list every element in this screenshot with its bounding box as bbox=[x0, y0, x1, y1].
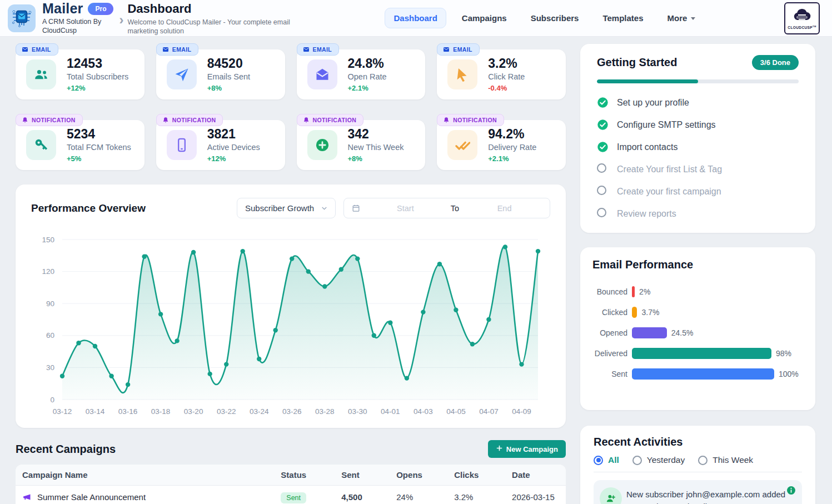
svg-text:03-28: 03-28 bbox=[315, 407, 335, 416]
filter-yesterday[interactable]: Yesterday bbox=[632, 455, 685, 465]
chevron-down-icon bbox=[320, 204, 328, 212]
svg-text:03-30: 03-30 bbox=[348, 407, 367, 416]
svg-text:04-01: 04-01 bbox=[381, 407, 400, 416]
performance-overview-card: Performance Overview Subscriber Growth S… bbox=[16, 184, 566, 428]
stat-card-new-this-week: NOTIFICATION342New This Week+8% bbox=[297, 120, 426, 170]
nav-item-label: Templates bbox=[602, 13, 643, 23]
checklist-item-label: Configure SMTP settings bbox=[617, 120, 716, 130]
stat-cards-grid: EMAIL12453Total Subscribers+12%EMAIL8452… bbox=[16, 43, 566, 170]
top-header: Mailer Pro A CRM Solution By CloudCusp ›… bbox=[0, 0, 832, 37]
info-icon[interactable] bbox=[786, 486, 796, 495]
brand-name: Mailer bbox=[42, 1, 83, 17]
stat-badge-label: NOTIFICATION bbox=[172, 117, 216, 123]
envelope-icon bbox=[443, 46, 450, 53]
checklist-item-label: Set up your profile bbox=[617, 98, 689, 108]
date-start-input[interactable]: Start bbox=[360, 204, 451, 213]
checklist-item-label: Import contacts bbox=[617, 142, 677, 152]
checklist-item-create-your-first-campaign[interactable]: Create your first campaign bbox=[597, 186, 799, 197]
campaign-sent: 4,500 bbox=[335, 486, 390, 504]
stat-label: New This Week bbox=[348, 143, 404, 152]
stat-badge-label: NOTIFICATION bbox=[32, 117, 76, 123]
svg-text:04-03: 04-03 bbox=[413, 407, 433, 416]
date-end-input[interactable]: End bbox=[459, 204, 550, 213]
checklist-item-configure-smtp-settings[interactable]: Configure SMTP settings bbox=[597, 119, 799, 131]
stat-value: 5234 bbox=[67, 127, 131, 141]
stat-label: Total Subscribers bbox=[67, 72, 128, 81]
check-circle-icon bbox=[597, 141, 609, 153]
stat-value: 3.2% bbox=[488, 57, 525, 71]
getting-started-list: Set up your profileConfigure SMTP settin… bbox=[597, 97, 799, 219]
bar-value: 100% bbox=[779, 370, 799, 378]
main-nav: DashboardCampaignsSubscribersTemplatesMo… bbox=[385, 8, 704, 28]
activity-filters: AllYesterdayThis Week bbox=[594, 455, 802, 465]
svg-text:03-24: 03-24 bbox=[250, 407, 269, 416]
calendar-icon bbox=[352, 204, 360, 212]
nav-item-more[interactable]: More bbox=[659, 8, 704, 28]
stat-delta: +5% bbox=[67, 154, 131, 163]
svg-text:03-14: 03-14 bbox=[86, 407, 105, 416]
nav-item-campaigns[interactable]: Campaigns bbox=[454, 8, 515, 28]
column-header-status: Status bbox=[274, 465, 335, 486]
envelope-icon bbox=[303, 46, 310, 53]
stat-card-badge: EMAIL bbox=[297, 43, 340, 56]
stat-label: Click Rate bbox=[488, 72, 525, 81]
chip-mail-icon bbox=[12, 7, 32, 29]
progress-fill bbox=[597, 79, 698, 83]
radio-this-week[interactable] bbox=[698, 456, 708, 465]
stat-card-badge: NOTIFICATION bbox=[16, 114, 83, 126]
stat-card-badge: EMAIL bbox=[156, 43, 199, 56]
campaign-opens: 24% bbox=[390, 486, 447, 504]
recent-activities-title: Recent Activities bbox=[594, 436, 802, 448]
stat-delta: -0.4% bbox=[488, 84, 525, 92]
check-circle-icon bbox=[597, 119, 609, 131]
page-subtitle: Welcome to CloudCusp Mailer - Your compl… bbox=[127, 18, 291, 36]
brand-tagline: A CRM Solution By CloudCusp bbox=[42, 18, 112, 35]
circle-icon bbox=[597, 163, 609, 175]
getting-started-card: Getting Started 3/6 Done Set up your pro… bbox=[580, 44, 815, 233]
cloudcusp-logo-text: CLOUDCUSPTM bbox=[788, 25, 816, 29]
mail-open-icon bbox=[307, 59, 337, 89]
campaign-row[interactable]: Summer Sale AnnouncementSent4,50024%3.2%… bbox=[16, 486, 566, 504]
stat-label: Total FCM Tokens bbox=[67, 143, 131, 152]
nav-item-label: Campaigns bbox=[462, 13, 507, 23]
stat-card-open-rate: EMAIL24.8%Open Rate+2.1% bbox=[297, 49, 426, 99]
new-campaign-button[interactable]: New Campaign bbox=[488, 440, 566, 458]
stat-value: 342 bbox=[348, 127, 404, 141]
bar-delivered bbox=[632, 348, 771, 359]
bar-row-opened: Opened24.5% bbox=[592, 327, 801, 338]
stat-card-active-devices: NOTIFICATION3821Active Devices+12% bbox=[156, 120, 285, 170]
bar-label: Sent bbox=[592, 370, 627, 378]
stat-label: Delivery Rate bbox=[488, 143, 536, 152]
pro-badge: Pro bbox=[88, 3, 113, 15]
bar-sent bbox=[632, 368, 774, 380]
nav-item-dashboard[interactable]: Dashboard bbox=[385, 8, 446, 28]
date-range-picker[interactable]: Start To End bbox=[343, 198, 550, 218]
checklist-item-create-your-first-list-tag[interactable]: Create Your first List & Tag bbox=[597, 163, 799, 175]
filter-all[interactable]: All bbox=[594, 455, 619, 465]
bar-row-clicked: Clicked3.7% bbox=[592, 307, 801, 318]
filter-this-week[interactable]: This Week bbox=[698, 455, 753, 465]
column-header-sent: Sent bbox=[335, 465, 390, 486]
radio-all[interactable] bbox=[594, 456, 603, 465]
getting-started-title: Getting Started bbox=[597, 56, 677, 69]
svg-text:04-09: 04-09 bbox=[512, 407, 531, 416]
bell-icon bbox=[303, 117, 310, 123]
svg-text:90: 90 bbox=[46, 300, 54, 308]
checklist-item-import-contacts[interactable]: Import contacts bbox=[597, 141, 799, 153]
envelope-icon bbox=[22, 46, 28, 53]
stat-value: 12453 bbox=[67, 57, 128, 71]
metric-select[interactable]: Subscriber Growth bbox=[237, 198, 336, 218]
nav-item-subscribers[interactable]: Subscribers bbox=[522, 8, 587, 28]
checklist-item-label: Create Your first List & Tag bbox=[617, 164, 722, 174]
email-performance-title: Email Performance bbox=[592, 258, 801, 271]
svg-text:03-16: 03-16 bbox=[118, 407, 138, 416]
chevron-down-icon bbox=[691, 17, 695, 20]
radio-yesterday[interactable] bbox=[632, 456, 642, 465]
smartphone-icon bbox=[167, 130, 197, 160]
nav-item-templates[interactable]: Templates bbox=[594, 8, 651, 28]
checklist-item-review-reports[interactable]: Review reports bbox=[597, 208, 799, 219]
checklist-item-set-up-your-profile[interactable]: Set up your profile bbox=[597, 97, 799, 108]
status-badge: Sent bbox=[281, 492, 306, 503]
bell-icon bbox=[443, 117, 450, 123]
bar-value: 98% bbox=[776, 349, 791, 358]
